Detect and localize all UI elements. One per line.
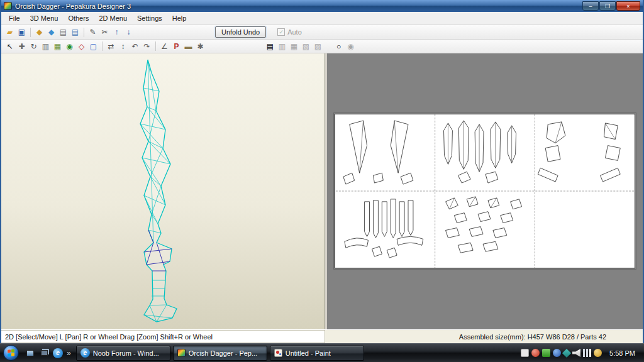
title-bar: Orcish Dagger - Pepakura Designer 3 – ❐ … — [1, 0, 643, 12]
close-button[interactable]: × — [616, 1, 640, 11]
sheet-icon[interactable]: ▬ — [182, 41, 194, 52]
toolbar-separator — [102, 41, 103, 51]
tray-device-icon[interactable] — [521, 349, 529, 357]
pattern-parts[interactable] — [335, 114, 635, 268]
part-number-icon[interactable]: P — [170, 41, 182, 52]
rotate-right-icon[interactable]: ↷ — [141, 41, 153, 52]
move-up-icon[interactable]: ↑ — [111, 26, 123, 38]
toolbar-separator — [155, 41, 156, 51]
parts-guard-chunks[interactable] — [538, 122, 620, 182]
2d-toolbar: ↖ ✚ ↻ ▥ ▦ ◉ ◇ ▢ ⇄ ↕ ↶ ↷ ∠ P ▬ ✱ ▤ ▥ ▦ ▧ … — [1, 40, 643, 53]
status-hint: 2D [Select/Move] L [Pan] R or Wheel Drag… — [1, 330, 325, 343]
align-right-icon[interactable]: ▦ — [288, 41, 300, 52]
monitor-icon[interactable]: ▢ — [87, 41, 99, 52]
move-part-icon[interactable]: ✚ — [16, 41, 28, 52]
taskbar-button-label: Orcish Dagger - Pep... — [189, 349, 257, 357]
quicklaunch-overflow-chevron[interactable]: » — [67, 349, 71, 358]
minimize-button[interactable]: – — [582, 1, 599, 11]
main-area — [1, 53, 643, 329]
parts-handle-strips[interactable] — [345, 199, 423, 258]
parts-small-pieces[interactable] — [446, 197, 522, 253]
zoom-out-icon[interactable]: ○ — [333, 41, 345, 52]
parts-blade-halves[interactable] — [343, 121, 413, 184]
window-title: Orcish Dagger - Pepakura Designer 3 — [15, 3, 582, 10]
window-controls: – ❐ × — [582, 1, 640, 11]
divide-icon[interactable]: ▥ — [40, 41, 52, 52]
auto-checkbox-group: Auto — [277, 28, 302, 36]
taskbar-button-label: Noob Forum - Wind... — [93, 349, 159, 357]
taskbar-button-paint[interactable]: Untitled - Paint — [270, 346, 364, 361]
taskbar-button-orcish-dagger[interactable]: Orcish Dagger - Pep... — [173, 346, 267, 361]
menu-3d-menu[interactable]: 3D Menu — [25, 13, 64, 24]
pepakura-icon — [177, 349, 186, 357]
menu-help[interactable]: Help — [167, 13, 192, 24]
maximize-button[interactable]: ❐ — [599, 1, 616, 11]
edit-icon[interactable]: ✎ — [87, 26, 99, 38]
settings2d-icon[interactable]: ✱ — [194, 41, 206, 52]
menu-file[interactable]: File — [4, 13, 25, 24]
taskbar-button-noob-forum[interactable]: e Noob Forum - Wind... — [76, 346, 170, 361]
tray-sync-icon[interactable] — [562, 348, 571, 357]
zoom-reset-icon[interactable]: ◉ — [345, 41, 357, 52]
parts-spindles[interactable] — [444, 121, 516, 183]
app-icon — [4, 2, 12, 10]
main-toolbar: ▰ ▣ ◆ ◆ ▤ ▤ ✎ ✂ ↑ ↓ Unfold Undo Auto — [1, 25, 643, 40]
auto-label: Auto — [287, 28, 302, 36]
tray-volume-icon[interactable] — [572, 349, 580, 357]
ie-quicklaunch-icon[interactable]: e — [53, 348, 63, 358]
dagger-wireframe[interactable] — [1, 53, 325, 329]
sheet-grid-lines — [336, 114, 634, 268]
tray-update-icon[interactable] — [594, 349, 602, 357]
select-icon[interactable]: ↖ — [4, 41, 16, 52]
2d-view[interactable] — [327, 53, 643, 329]
move-down-icon[interactable]: ↓ — [123, 26, 135, 38]
pepakura-window: Orcish Dagger - Pepakura Designer 3 – ❐ … — [0, 0, 644, 343]
print-setup-icon[interactable]: ▤ — [69, 26, 81, 38]
distribute-h-icon[interactable]: ▧ — [300, 41, 312, 52]
material-icon[interactable]: ◆ — [45, 26, 57, 38]
tray-signal-icon[interactable] — [583, 349, 591, 357]
ie-icon: e — [80, 348, 90, 358]
texture-icon[interactable]: ▦ — [52, 41, 64, 52]
rotate-part-icon[interactable]: ↻ — [28, 41, 40, 52]
tray-network-icon[interactable] — [553, 349, 561, 357]
unfold-undo-button[interactable]: Unfold Undo — [215, 26, 266, 38]
show-desktop-icon[interactable] — [24, 347, 36, 359]
menu-bar: File 3D Menu Others 2D Menu Settings Hel… — [1, 12, 643, 25]
taskbar: e » e Noob Forum - Wind... Orcish Dagger… — [0, 343, 644, 362]
menu-others[interactable]: Others — [63, 13, 94, 24]
open-folder-icon[interactable]: ▰ — [4, 26, 16, 38]
toolbar-separator — [30, 28, 31, 37]
start-button[interactable] — [3, 345, 19, 361]
taskbar-button-label: Untitled - Paint — [286, 349, 331, 357]
menu-settings[interactable]: Settings — [132, 13, 167, 24]
pattern-sheet[interactable] — [335, 114, 635, 268]
system-tray: 5:58 PM — [521, 349, 644, 357]
distribute-v-icon[interactable]: ▨ — [312, 41, 324, 52]
flap-icon[interactable]: ◇ — [75, 41, 87, 52]
print-icon[interactable]: ▤ — [57, 26, 69, 38]
taskbar-clock[interactable]: 5:58 PM — [604, 349, 639, 357]
status-assembled-size: Assembled size(mm): H457 W86 D28 / Parts… — [325, 330, 643, 343]
menu-2d-menu[interactable]: 2D Menu — [94, 13, 132, 24]
align-left-icon[interactable]: ▤ — [264, 41, 276, 52]
3d-view[interactable] — [1, 53, 325, 329]
save-icon[interactable]: ▣ — [16, 26, 28, 38]
detach-icon[interactable]: ↕ — [117, 41, 129, 52]
tray-graphics-icon[interactable] — [531, 349, 540, 357]
toolbar-separator — [84, 28, 84, 37]
pattern-icon[interactable]: ◆ — [33, 26, 45, 38]
join-edge-icon[interactable]: ⇄ — [105, 41, 117, 52]
rotate-left-icon[interactable]: ↶ — [129, 41, 141, 52]
info-icon[interactable]: ◉ — [64, 41, 75, 52]
switch-windows-icon[interactable] — [38, 347, 50, 359]
tray-security-icon[interactable] — [542, 349, 550, 357]
ruler-icon[interactable]: ∠ — [158, 41, 170, 52]
paint-icon — [274, 349, 282, 357]
align-center-icon[interactable]: ▥ — [276, 41, 288, 52]
windows-flag-icon — [8, 349, 14, 356]
auto-checkbox[interactable] — [277, 28, 285, 36]
status-bar: 2D [Select/Move] L [Pan] R or Wheel Drag… — [1, 329, 643, 343]
cut-icon[interactable]: ✂ — [99, 26, 111, 38]
